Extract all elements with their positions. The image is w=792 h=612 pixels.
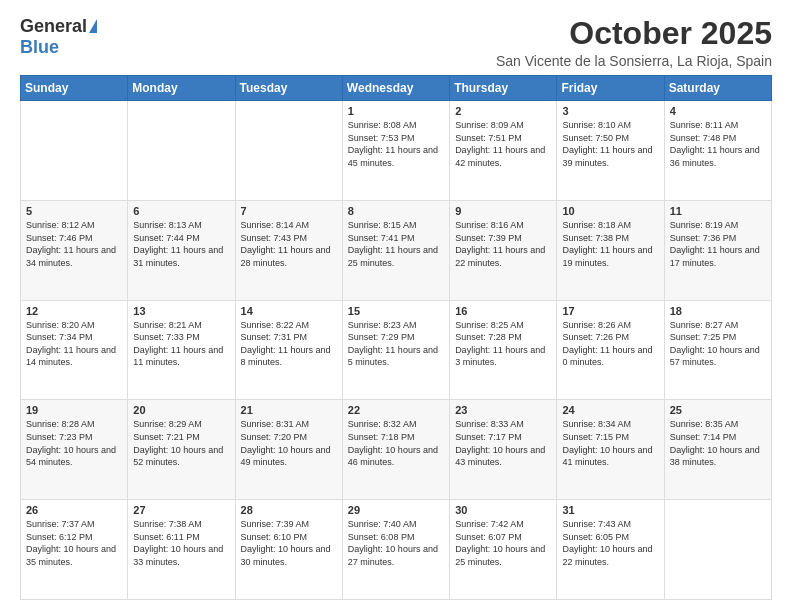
header-cell-tuesday: Tuesday	[235, 76, 342, 101]
day-cell: 26Sunrise: 7:37 AM Sunset: 6:12 PM Dayli…	[21, 500, 128, 600]
day-cell: 28Sunrise: 7:39 AM Sunset: 6:10 PM Dayli…	[235, 500, 342, 600]
day-cell: 1Sunrise: 8:08 AM Sunset: 7:53 PM Daylig…	[342, 101, 449, 201]
day-info: Sunrise: 8:23 AM Sunset: 7:29 PM Dayligh…	[348, 319, 444, 369]
day-info: Sunrise: 8:28 AM Sunset: 7:23 PM Dayligh…	[26, 418, 122, 468]
day-cell: 12Sunrise: 8:20 AM Sunset: 7:34 PM Dayli…	[21, 300, 128, 400]
week-row-1: 5Sunrise: 8:12 AM Sunset: 7:46 PM Daylig…	[21, 200, 772, 300]
day-cell: 7Sunrise: 8:14 AM Sunset: 7:43 PM Daylig…	[235, 200, 342, 300]
logo: General Blue	[20, 16, 97, 58]
day-info: Sunrise: 8:14 AM Sunset: 7:43 PM Dayligh…	[241, 219, 337, 269]
day-number: 18	[670, 305, 766, 317]
day-cell	[235, 101, 342, 201]
day-info: Sunrise: 8:12 AM Sunset: 7:46 PM Dayligh…	[26, 219, 122, 269]
day-info: Sunrise: 8:31 AM Sunset: 7:20 PM Dayligh…	[241, 418, 337, 468]
day-number: 15	[348, 305, 444, 317]
header-cell-saturday: Saturday	[664, 76, 771, 101]
day-number: 24	[562, 404, 658, 416]
day-info: Sunrise: 8:35 AM Sunset: 7:14 PM Dayligh…	[670, 418, 766, 468]
header-cell-wednesday: Wednesday	[342, 76, 449, 101]
day-info: Sunrise: 8:33 AM Sunset: 7:17 PM Dayligh…	[455, 418, 551, 468]
day-number: 17	[562, 305, 658, 317]
day-number: 22	[348, 404, 444, 416]
day-info: Sunrise: 7:37 AM Sunset: 6:12 PM Dayligh…	[26, 518, 122, 568]
day-info: Sunrise: 8:18 AM Sunset: 7:38 PM Dayligh…	[562, 219, 658, 269]
day-number: 12	[26, 305, 122, 317]
day-number: 10	[562, 205, 658, 217]
day-cell: 4Sunrise: 8:11 AM Sunset: 7:48 PM Daylig…	[664, 101, 771, 201]
day-number: 25	[670, 404, 766, 416]
week-row-0: 1Sunrise: 8:08 AM Sunset: 7:53 PM Daylig…	[21, 101, 772, 201]
day-cell: 9Sunrise: 8:16 AM Sunset: 7:39 PM Daylig…	[450, 200, 557, 300]
day-info: Sunrise: 7:43 AM Sunset: 6:05 PM Dayligh…	[562, 518, 658, 568]
day-number: 19	[26, 404, 122, 416]
day-info: Sunrise: 7:38 AM Sunset: 6:11 PM Dayligh…	[133, 518, 229, 568]
day-cell: 29Sunrise: 7:40 AM Sunset: 6:08 PM Dayli…	[342, 500, 449, 600]
header-cell-sunday: Sunday	[21, 76, 128, 101]
day-cell: 31Sunrise: 7:43 AM Sunset: 6:05 PM Dayli…	[557, 500, 664, 600]
day-number: 21	[241, 404, 337, 416]
week-row-4: 26Sunrise: 7:37 AM Sunset: 6:12 PM Dayli…	[21, 500, 772, 600]
calendar-table: SundayMondayTuesdayWednesdayThursdayFrid…	[20, 75, 772, 600]
day-cell: 21Sunrise: 8:31 AM Sunset: 7:20 PM Dayli…	[235, 400, 342, 500]
day-cell: 27Sunrise: 7:38 AM Sunset: 6:11 PM Dayli…	[128, 500, 235, 600]
day-cell: 20Sunrise: 8:29 AM Sunset: 7:21 PM Dayli…	[128, 400, 235, 500]
day-cell: 30Sunrise: 7:42 AM Sunset: 6:07 PM Dayli…	[450, 500, 557, 600]
day-number: 20	[133, 404, 229, 416]
day-number: 7	[241, 205, 337, 217]
day-info: Sunrise: 8:13 AM Sunset: 7:44 PM Dayligh…	[133, 219, 229, 269]
day-info: Sunrise: 8:27 AM Sunset: 7:25 PM Dayligh…	[670, 319, 766, 369]
week-row-2: 12Sunrise: 8:20 AM Sunset: 7:34 PM Dayli…	[21, 300, 772, 400]
month-title: October 2025	[496, 16, 772, 51]
day-cell: 10Sunrise: 8:18 AM Sunset: 7:38 PM Dayli…	[557, 200, 664, 300]
day-cell: 14Sunrise: 8:22 AM Sunset: 7:31 PM Dayli…	[235, 300, 342, 400]
day-number: 23	[455, 404, 551, 416]
day-cell: 6Sunrise: 8:13 AM Sunset: 7:44 PM Daylig…	[128, 200, 235, 300]
logo-blue-text: Blue	[20, 37, 59, 58]
day-info: Sunrise: 8:22 AM Sunset: 7:31 PM Dayligh…	[241, 319, 337, 369]
day-cell: 16Sunrise: 8:25 AM Sunset: 7:28 PM Dayli…	[450, 300, 557, 400]
day-info: Sunrise: 8:32 AM Sunset: 7:18 PM Dayligh…	[348, 418, 444, 468]
day-number: 29	[348, 504, 444, 516]
day-number: 6	[133, 205, 229, 217]
day-cell: 5Sunrise: 8:12 AM Sunset: 7:46 PM Daylig…	[21, 200, 128, 300]
day-info: Sunrise: 8:16 AM Sunset: 7:39 PM Dayligh…	[455, 219, 551, 269]
header-cell-friday: Friday	[557, 76, 664, 101]
header-cell-monday: Monday	[128, 76, 235, 101]
day-number: 31	[562, 504, 658, 516]
day-cell: 17Sunrise: 8:26 AM Sunset: 7:26 PM Dayli…	[557, 300, 664, 400]
day-number: 8	[348, 205, 444, 217]
day-number: 30	[455, 504, 551, 516]
day-info: Sunrise: 8:20 AM Sunset: 7:34 PM Dayligh…	[26, 319, 122, 369]
header: General Blue October 2025 San Vicente de…	[20, 16, 772, 69]
day-number: 27	[133, 504, 229, 516]
location-title: San Vicente de la Sonsierra, La Rioja, S…	[496, 53, 772, 69]
day-number: 3	[562, 105, 658, 117]
header-cell-thursday: Thursday	[450, 76, 557, 101]
day-cell	[128, 101, 235, 201]
day-number: 9	[455, 205, 551, 217]
logo-general-text: General	[20, 16, 87, 37]
day-cell: 18Sunrise: 8:27 AM Sunset: 7:25 PM Dayli…	[664, 300, 771, 400]
day-cell: 25Sunrise: 8:35 AM Sunset: 7:14 PM Dayli…	[664, 400, 771, 500]
day-info: Sunrise: 7:39 AM Sunset: 6:10 PM Dayligh…	[241, 518, 337, 568]
day-cell: 24Sunrise: 8:34 AM Sunset: 7:15 PM Dayli…	[557, 400, 664, 500]
day-cell	[21, 101, 128, 201]
day-number: 2	[455, 105, 551, 117]
day-number: 28	[241, 504, 337, 516]
title-block: October 2025 San Vicente de la Sonsierra…	[496, 16, 772, 69]
page: General Blue October 2025 San Vicente de…	[0, 0, 792, 612]
day-cell: 8Sunrise: 8:15 AM Sunset: 7:41 PM Daylig…	[342, 200, 449, 300]
day-cell: 2Sunrise: 8:09 AM Sunset: 7:51 PM Daylig…	[450, 101, 557, 201]
day-number: 4	[670, 105, 766, 117]
logo-triangle-icon	[89, 19, 97, 33]
day-info: Sunrise: 8:21 AM Sunset: 7:33 PM Dayligh…	[133, 319, 229, 369]
day-number: 1	[348, 105, 444, 117]
day-info: Sunrise: 8:29 AM Sunset: 7:21 PM Dayligh…	[133, 418, 229, 468]
day-cell: 23Sunrise: 8:33 AM Sunset: 7:17 PM Dayli…	[450, 400, 557, 500]
day-info: Sunrise: 7:42 AM Sunset: 6:07 PM Dayligh…	[455, 518, 551, 568]
day-info: Sunrise: 8:25 AM Sunset: 7:28 PM Dayligh…	[455, 319, 551, 369]
day-cell: 3Sunrise: 8:10 AM Sunset: 7:50 PM Daylig…	[557, 101, 664, 201]
day-cell: 13Sunrise: 8:21 AM Sunset: 7:33 PM Dayli…	[128, 300, 235, 400]
day-cell: 11Sunrise: 8:19 AM Sunset: 7:36 PM Dayli…	[664, 200, 771, 300]
day-number: 26	[26, 504, 122, 516]
